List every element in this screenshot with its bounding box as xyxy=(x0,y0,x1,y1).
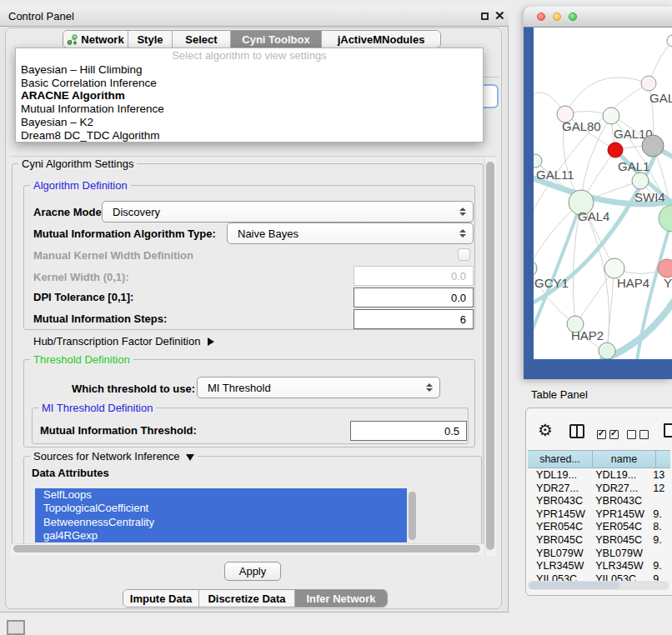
tab-label: Infer Network xyxy=(306,592,375,605)
apply-button[interactable]: Apply xyxy=(224,562,281,581)
document-icon[interactable] xyxy=(664,423,672,438)
hidden-groupbox-edge xyxy=(484,77,499,78)
algorithm-option[interactable]: Dream8 DC_TDC Algorithm xyxy=(16,129,483,142)
tab-label: Discretize Data xyxy=(208,592,285,605)
network-canvas-svg: GALGAL80GAL10GAL1GAL11SWI4GAL4GCY1HAP4YH… xyxy=(534,28,672,359)
aracne-mode-value: Discovery xyxy=(113,206,160,218)
dpi-tolerance-label: DPI Tolerance [0,1]: xyxy=(33,291,133,303)
minimized-panel-icon[interactable] xyxy=(7,620,25,635)
tab-jactivemnodules[interactable]: jActiveMNodules xyxy=(322,31,440,48)
tab-cyni-toolbox[interactable]: Cyni Toolbox xyxy=(231,31,322,48)
algorithm-options: Bayesian – Hill ClimbingBasic Correlatio… xyxy=(16,63,483,142)
algorithm-option[interactable]: ARACNE Algorithm xyxy=(16,89,483,102)
table-row[interactable]: YIL053CYIL053C9. xyxy=(528,573,670,581)
list-vscrollbar-thumb[interactable] xyxy=(409,492,416,540)
manual-kernel-checkbox[interactable] xyxy=(458,248,470,261)
algorithm-option[interactable]: Mutual Information Inference xyxy=(16,102,483,116)
network-node[interactable] xyxy=(642,135,664,157)
network-node[interactable] xyxy=(632,172,649,189)
table-cell: 13 xyxy=(649,469,670,482)
table-row[interactable]: YBL079WYBL079W xyxy=(528,548,670,561)
tab-select[interactable]: Select xyxy=(173,31,231,48)
data-attribute-item[interactable]: gal4RGexp xyxy=(35,529,407,542)
tab-label: Select xyxy=(185,33,217,46)
float-window-icon[interactable] xyxy=(481,12,489,20)
tab-label: Style xyxy=(137,33,163,46)
mi-type-select[interactable]: Naive Bayes xyxy=(227,222,474,244)
tab-infer-network[interactable]: Infer Network xyxy=(295,590,387,607)
network-node-label: HAP4 xyxy=(617,276,649,290)
aracne-mode-select[interactable]: Discovery xyxy=(102,201,474,222)
algorithm-placeholder: Select algorithm to view settings xyxy=(16,48,483,63)
network-node-label: GCY1 xyxy=(534,276,569,290)
network-node[interactable] xyxy=(534,260,537,277)
algorithm-option[interactable]: Bayesian – K2 xyxy=(16,116,483,129)
minimize-traffic-light-icon[interactable] xyxy=(553,12,561,21)
table-cell: YER054C xyxy=(528,521,589,534)
network-node-label: GAL11 xyxy=(536,168,574,182)
table-row[interactable]: YDR27...YDR27...12 xyxy=(528,482,670,496)
column-header-shared-name[interactable]: shared... xyxy=(528,451,593,468)
network-node-label: GAL xyxy=(649,91,672,105)
data-attribute-item[interactable]: TopologicalCoefficient xyxy=(35,502,407,515)
data-attribute-item[interactable]: SelfLoops xyxy=(35,488,407,502)
network-node[interactable] xyxy=(599,342,615,359)
table-hscrollbar-thumb[interactable] xyxy=(529,582,619,589)
hub-definition-toggle[interactable]: Hub/Transcription Factor Definition xyxy=(33,335,214,348)
data-attributes-list: SelfLoopsTopologicalCoefficientBetweenne… xyxy=(35,488,407,543)
network-node[interactable] xyxy=(658,259,672,278)
nodes-layer: GALGAL80GAL10GAL1GAL11SWI4GAL4GCY1HAP4YH… xyxy=(534,35,672,359)
tab-label: Impute Data xyxy=(130,592,192,605)
column-header-cropped[interactable] xyxy=(656,451,670,468)
table-row[interactable]: YLR345WYLR345W9. xyxy=(528,560,670,573)
table-cell: YPR145W xyxy=(528,508,589,522)
algorithm-option[interactable]: Basic Correlation Inference xyxy=(16,77,483,90)
tab-network[interactable]: Network xyxy=(63,31,128,48)
network-node[interactable] xyxy=(603,108,619,124)
table-row[interactable]: YER054CYER054C8. xyxy=(528,521,670,534)
network-node[interactable] xyxy=(659,205,672,232)
kernel-width-label: Kernel Width (0,1): xyxy=(33,271,129,283)
tab-style[interactable]: Style xyxy=(128,31,173,48)
zoom-traffic-light-icon[interactable] xyxy=(569,12,577,21)
tab-impute-data[interactable]: Impute Data xyxy=(123,590,199,607)
network-window-titlebar[interactable] xyxy=(524,7,672,28)
gear-icon[interactable]: ⚙ xyxy=(538,422,553,438)
column-header-name[interactable]: name xyxy=(593,451,656,468)
mi-steps-input[interactable]: 6 xyxy=(354,309,474,329)
table-row[interactable]: YPR145WYPR145W9. xyxy=(528,508,670,522)
which-threshold-select[interactable]: MI Threshold xyxy=(197,377,440,398)
network-node[interactable] xyxy=(608,142,623,158)
mi-type-label: Mutual Information Algorithm Type: xyxy=(33,228,216,240)
algorithm-option[interactable]: Bayesian – Hill Climbing xyxy=(16,63,483,77)
deselect-all-columns-icon[interactable] xyxy=(627,428,652,442)
stepper-icon xyxy=(426,383,433,392)
close-icon[interactable]: ✕ xyxy=(494,9,505,22)
split-view-icon[interactable] xyxy=(569,424,584,438)
settings-vscrollbar-thumb[interactable] xyxy=(486,162,494,550)
select-all-columns-icon[interactable] xyxy=(597,428,622,442)
network-node[interactable] xyxy=(641,76,656,91)
table-row[interactable]: YBR043CYBR043C xyxy=(528,495,670,508)
kernel-width-input[interactable]: 0.0 xyxy=(354,266,474,286)
data-attribute-item[interactable]: BetweennessCentrality xyxy=(35,516,407,529)
mi-threshold-input[interactable]: 0.5 xyxy=(350,421,467,441)
mi-steps-label: Mutual Information Steps: xyxy=(33,312,167,325)
tab-label: Network xyxy=(81,33,123,46)
table-cell: 8. xyxy=(649,521,670,534)
network-icon xyxy=(67,34,78,45)
stepper-icon xyxy=(459,208,466,216)
network-node-label: HAP2 xyxy=(571,328,604,342)
tab-discretize-data[interactable]: Discretize Data xyxy=(199,590,295,607)
network-node[interactable] xyxy=(667,35,672,47)
which-threshold-value: MI Threshold xyxy=(208,382,271,394)
dpi-tolerance-input[interactable]: 0.0 xyxy=(354,288,474,308)
table-row[interactable]: YDL19...YDL19...13 xyxy=(528,469,670,482)
network-canvas[interactable]: GALGAL80GAL10GAL1GAL11SWI4GAL4GCY1HAP4YH… xyxy=(534,28,672,359)
table-row[interactable]: YBR045CYBR045C9. xyxy=(528,534,670,548)
close-traffic-light-icon[interactable] xyxy=(537,12,545,21)
sources-legend[interactable]: Sources for Network Inference xyxy=(30,450,198,462)
control-panel-titlebar[interactable] xyxy=(0,7,509,27)
settings-hscrollbar-thumb[interactable] xyxy=(13,545,480,552)
table-cell: YLR345W xyxy=(528,560,589,573)
